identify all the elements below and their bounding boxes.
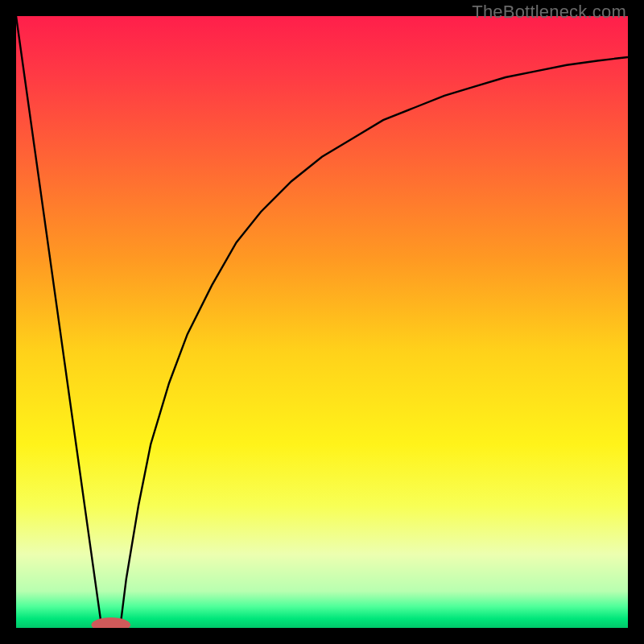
chart-frame [16, 16, 628, 628]
watermark-text: TheBottleneck.com [472, 2, 626, 23]
gradient-background [16, 16, 628, 628]
bottleneck-chart [16, 16, 628, 628]
